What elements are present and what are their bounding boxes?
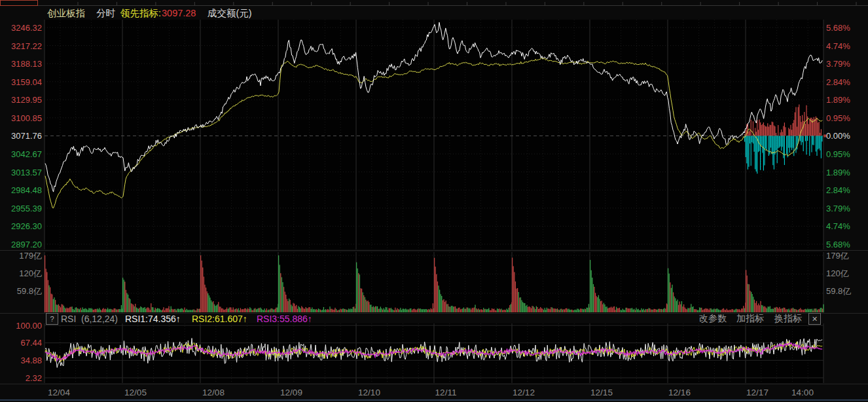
pane-divider: [0, 250, 868, 251]
lead-indicator-label: 领先指标:: [120, 7, 161, 20]
bottom-scrollbar[interactable]: [0, 399, 868, 401]
turnover-label: 成交额(元): [208, 7, 252, 20]
date-label: 12/15: [590, 388, 613, 397]
date-label: 12/08: [202, 388, 225, 397]
rsi-help-button[interactable]: ?: [46, 313, 58, 325]
pct-axis-label: 1.89%: [826, 96, 850, 104]
chart-mode-tab[interactable]: 分时: [96, 7, 115, 20]
rsi-axis-label: 34.88: [0, 356, 42, 365]
price-axis-label: 3159.04: [0, 78, 42, 86]
date-label: 12/09: [280, 388, 302, 397]
volume-axis-label: 179亿: [826, 251, 849, 260]
date-label: 12/12: [513, 388, 535, 397]
date-label: 12/05: [124, 388, 147, 397]
pct-axis-label: 2.84%: [826, 78, 850, 86]
price-axis-label: 3042.67: [0, 150, 42, 158]
pct-axis-label: 5.68%: [826, 240, 850, 249]
date-label: 12/10: [358, 388, 380, 397]
pct-axis-label: 3.79%: [826, 204, 850, 213]
indicator-name[interactable]: RSI: [61, 314, 76, 324]
volume-axis-label: 120亿: [826, 269, 849, 278]
pct-axis-label: 3.79%: [826, 60, 850, 68]
volume-axis-label: 59.8亿: [0, 287, 42, 295]
date-label: 12/16: [668, 388, 691, 397]
price-axis-label: 3246.32: [0, 24, 42, 32]
rsi-axis-label: 100.00: [0, 321, 42, 330]
price-axis-label: 2984.48: [0, 186, 42, 194]
lead-indicator-value: 3097.28: [162, 8, 196, 18]
pct-axis-label: 4.74%: [826, 222, 850, 230]
volume-axis-label: 59.8亿: [826, 287, 851, 295]
volume-axis-label: 120亿: [0, 269, 42, 278]
price-axis-label: 2897.20: [0, 240, 42, 249]
stock-chart-window: 创业板指 分时 领先指标: 3097.28 成交额(元) 前9日 前8日 前7日…: [0, 0, 868, 402]
rsi-axis-label: 67.44: [0, 338, 42, 347]
indicator-params: (6,12,24): [81, 314, 118, 324]
date-label: 12/11: [435, 388, 457, 397]
rsi3-value: RSI3:55.886↑: [257, 314, 312, 324]
time-label: 14:00: [791, 388, 814, 397]
edit-params-button[interactable]: 改参数: [699, 313, 727, 325]
close-indicator-button[interactable]: ✕: [808, 313, 821, 325]
date-label: 12/04: [48, 388, 70, 397]
price-axis-label: 3071.76: [0, 132, 42, 140]
price-axis-label: 3217.22: [0, 42, 42, 50]
rsi1-value: RSI1:74.356↑: [125, 314, 181, 324]
price-axis-label: 3188.13: [0, 60, 42, 68]
switch-indicator-button[interactable]: 换指标: [774, 313, 802, 325]
date-label: 12/17: [746, 388, 769, 397]
rsi2-value: RSI2:61.607↑: [192, 314, 247, 324]
pct-axis-label: 2.84%: [826, 186, 850, 194]
chart-title: 创业板指: [47, 7, 85, 20]
add-indicator-button[interactable]: 加指标: [736, 313, 764, 325]
close-icon: ✕: [812, 315, 818, 323]
chart-canvas[interactable]: [0, 0, 868, 402]
pct-axis-label: 4.74%: [826, 42, 850, 50]
price-axis-label: 2955.39: [0, 204, 42, 213]
pane-divider: [0, 384, 868, 384]
price-axis-label: 3100.85: [0, 114, 42, 122]
volume-axis-label: 179亿: [0, 251, 42, 260]
rsi-axis-label: 2.32: [0, 374, 42, 382]
price-axis-label: 3013.57: [0, 168, 42, 177]
top-ruler: [38, 5, 868, 6]
pct-axis-label: 0.00%: [826, 132, 850, 140]
price-axis-label: 2926.30: [0, 222, 42, 230]
selection-box[interactable]: [0, 0, 38, 6]
pct-axis-label: 5.68%: [826, 24, 850, 32]
pct-axis-label: 0.95%: [826, 150, 850, 158]
pct-axis-label: 1.89%: [826, 168, 850, 177]
pct-axis-label: 0.95%: [826, 114, 850, 122]
question-mark-icon: ?: [50, 315, 54, 323]
price-axis-label: 3129.95: [0, 96, 42, 104]
